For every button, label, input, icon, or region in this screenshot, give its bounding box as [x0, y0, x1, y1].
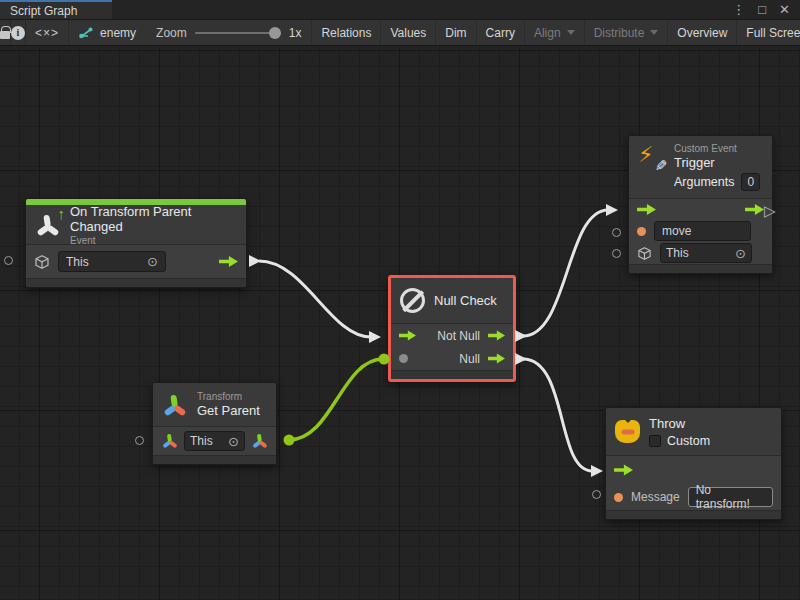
custom-checkbox[interactable]	[649, 435, 661, 447]
carry-label: Carry	[486, 26, 515, 40]
target-picker-icon[interactable]: ⊙	[228, 435, 239, 448]
graph-name: enemy	[100, 26, 136, 40]
fullscreen-button[interactable]: Full Screen	[736, 20, 800, 45]
wire-null-to-throw	[523, 359, 592, 471]
node-surtitle: Transform	[197, 391, 260, 402]
null-output-port[interactable]	[488, 353, 505, 365]
string-input-port[interactable]	[614, 493, 623, 502]
close-icon[interactable]: ✕	[779, 3, 790, 16]
toolbar: <×> enemy Zoom 1x Relations Values Dim C…	[0, 19, 800, 46]
unconnected-value-port[interactable]	[135, 436, 144, 445]
throw-error-icon	[615, 420, 640, 443]
this-field[interactable]: This ⊙	[660, 243, 752, 263]
overview-button[interactable]: Overview	[667, 20, 736, 45]
relations-label: Relations	[321, 26, 371, 40]
node-title: On Transform Parent Changed	[70, 204, 237, 234]
transform-event-icon: ↑	[35, 212, 61, 237]
unconnected-flow-port[interactable]: ▷	[764, 203, 776, 218]
graph-icon	[79, 26, 94, 39]
node-on-transform-parent-changed[interactable]: ↑ On Transform Parent Changed Event This…	[25, 198, 247, 288]
flow-input-port[interactable]	[637, 203, 656, 216]
lock-icon	[0, 31, 10, 39]
dim-label: Dim	[445, 26, 466, 40]
unconnected-value-port[interactable]	[612, 228, 621, 237]
flow-input-port[interactable]	[399, 330, 416, 342]
transform-icon	[162, 392, 188, 417]
gameobject-cube-icon	[34, 254, 50, 270]
node-trigger-custom-event[interactable]: ⚡ ✎ Custom Event Trigger Arguments 0	[628, 135, 773, 274]
node-title: Throw	[649, 416, 710, 431]
node-row: This ⊙	[153, 427, 276, 455]
event-name-value: move	[662, 224, 691, 238]
node-title: Get Parent	[197, 403, 260, 418]
node-footer	[391, 370, 513, 379]
node-title: Null Check	[434, 293, 497, 308]
node-footer	[153, 455, 276, 464]
value-input-port[interactable]	[399, 354, 408, 363]
target-picker-icon[interactable]: ⊙	[735, 247, 746, 260]
event-name-field[interactable]: move	[654, 221, 751, 241]
flow-output-port[interactable]	[219, 255, 238, 268]
unconnected-value-port[interactable]	[4, 256, 13, 265]
lock-button[interactable]	[0, 20, 11, 45]
not-null-output-port[interactable]	[488, 330, 505, 342]
node-header: Transform Get Parent	[153, 383, 276, 427]
carry-button[interactable]: Carry	[476, 20, 524, 45]
wire-event-to-nullcheck	[259, 261, 371, 337]
values-label: Values	[390, 26, 426, 40]
flow-output-port[interactable]	[745, 203, 764, 216]
inspect-button[interactable]	[11, 20, 26, 45]
align-button[interactable]: Align	[524, 20, 584, 45]
pencil-icon: ✎	[655, 157, 668, 175]
bolt-icon: ⚡	[638, 142, 653, 167]
transform-input-port[interactable]	[161, 433, 178, 449]
menu-icon[interactable]: ⋮	[732, 3, 745, 16]
flow-row	[606, 456, 781, 484]
distribute-button[interactable]: Distribute	[584, 20, 668, 45]
zoom-slider-handle[interactable]	[269, 27, 281, 39]
wire-getparent-to-nullcheck	[289, 359, 383, 440]
zoom-control: Zoom 1x	[146, 20, 311, 45]
toolbar-right-buttons: Relations Values Dim Carry Align Distrib…	[311, 20, 800, 45]
wire-notnull-to-trigger	[523, 210, 608, 336]
target-picker-icon[interactable]: ⊙	[147, 255, 158, 268]
graph-canvas[interactable]: ↑ On Transform Parent Changed Event This…	[0, 47, 800, 600]
node-get-parent[interactable]: Transform Get Parent This ⊙	[152, 382, 277, 465]
message-value: No transform!	[696, 483, 765, 511]
node-row: This ⊙	[26, 245, 246, 278]
flow-input-port[interactable]	[614, 464, 633, 477]
message-row: Message No transform!	[606, 484, 781, 510]
chevron-down-icon	[650, 30, 658, 35]
target-row: This ⊙	[629, 242, 772, 264]
window-controls: ⋮ □ ✕	[732, 0, 800, 19]
transform-output-port[interactable]	[251, 433, 268, 449]
zoom-slider[interactable]	[195, 32, 281, 34]
unconnected-value-port[interactable]	[592, 490, 601, 499]
arguments-label: Arguments	[674, 175, 734, 189]
this-field[interactable]: This ⊙	[184, 431, 245, 451]
this-value: This	[666, 246, 689, 260]
code-preview-button[interactable]: <×>	[26, 20, 69, 45]
not-null-label: Not Null	[437, 329, 480, 343]
not-null-row: Not Null	[391, 324, 513, 347]
node-subtitle: Event	[70, 235, 237, 246]
node-footer	[26, 278, 246, 287]
values-button[interactable]: Values	[380, 20, 435, 45]
dim-button[interactable]: Dim	[435, 20, 475, 45]
relations-button[interactable]: Relations	[311, 20, 380, 45]
null-check-icon	[400, 288, 425, 313]
unconnected-value-port[interactable]	[612, 249, 621, 258]
graph-breadcrumb[interactable]: enemy	[69, 20, 146, 45]
up-arrow-icon: ↑	[58, 205, 66, 222]
node-throw[interactable]: Throw Custom Message No transform!	[605, 407, 782, 520]
maximize-icon[interactable]: □	[758, 3, 766, 16]
message-field[interactable]: No transform!	[688, 487, 773, 507]
chevron-down-icon	[567, 30, 575, 35]
arguments-field[interactable]: 0	[741, 173, 760, 191]
this-field[interactable]: This ⊙	[58, 251, 166, 272]
tab-script-graph[interactable]: Script Graph	[0, 0, 112, 19]
node-title: Trigger	[674, 155, 760, 170]
string-input-port[interactable]	[637, 227, 646, 236]
zoom-value: 1x	[289, 26, 302, 40]
node-null-check[interactable]: Null Check Not Null Null	[388, 275, 516, 382]
